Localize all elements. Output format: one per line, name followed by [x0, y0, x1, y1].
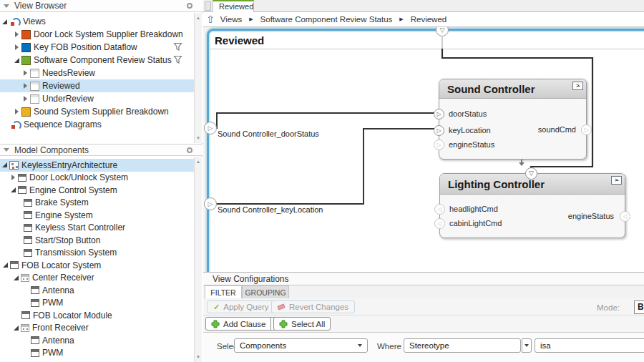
view-browser-item[interactable]: Sequence Diagrams [0, 118, 194, 131]
model-component-item[interactable]: FOB Locator Module [0, 309, 194, 322]
select-all-button[interactable]: Select All [274, 318, 330, 330]
view-browser-item[interactable]: NeedsReview [0, 67, 194, 79]
model-component-item[interactable]: Keyless Start Controller [0, 222, 194, 235]
model-component-item[interactable]: Transmission System [0, 247, 194, 260]
model-components-header[interactable]: Model Components [0, 144, 203, 156]
view-color-icon [21, 30, 31, 39]
filter-icon[interactable] [173, 55, 182, 64]
scroll-down-icon[interactable]: ▼ [195, 355, 201, 359]
model-component-item[interactable]: KeylessEntryArchitecture [0, 159, 194, 172]
model-component-item[interactable]: Brake System [0, 197, 194, 210]
component-icon [18, 186, 26, 194]
tree-item-label: UnderReview [42, 94, 94, 104]
view-browser-scrollbar[interactable]: ▲ ▼ [194, 13, 202, 143]
boundary-port-keylocation-icon[interactable]: ▷ [204, 197, 217, 210]
tab-strip-handle[interactable] [205, 1, 211, 11]
connector-label-doorstatus[interactable]: Sound Controller_doorStatus [218, 129, 319, 138]
model-component-item[interactable]: Engine System [0, 209, 194, 222]
collapsed-arrow-icon[interactable] [23, 83, 30, 89]
view-browser-item[interactable]: Key FOB Position Dataflow [0, 41, 194, 54]
expanded-arrow-icon[interactable] [14, 275, 21, 280]
port-enginestatus-icon[interactable]: ◁ [620, 211, 630, 222]
port-label: headlightCmd [449, 205, 498, 214]
where-dropdown-arrow[interactable] [522, 338, 532, 353]
collapse-triangle-icon[interactable] [4, 4, 9, 8]
port-headlightcmd-icon[interactable]: ◁ [434, 204, 445, 215]
port-soundcmd-icon[interactable]: ▷ [581, 124, 592, 135]
breadcrumb-view-set[interactable]: Software Component Review Status [260, 15, 393, 24]
port-label: doorStatus [449, 109, 487, 119]
model-component-item[interactable]: FOB Locator System [0, 259, 194, 272]
select-combobox[interactable]: Components [234, 338, 368, 353]
panel-gear-icon[interactable] [187, 147, 192, 153]
revert-changes-button[interactable]: Revert Changes [271, 300, 355, 313]
sound-controller-header[interactable]: Sound Controller >- [439, 79, 586, 99]
model-component-item[interactable]: PWM [0, 347, 194, 360]
view-browser-header[interactable]: View Browser [0, 0, 203, 12]
model-component-item[interactable]: Center Receiver [0, 272, 194, 285]
view-browser-item[interactable]: Views [0, 15, 194, 28]
tab-reviewed[interactable]: Reviewed [213, 0, 254, 12]
breadcrumb-views[interactable]: Views [220, 15, 242, 24]
where-combobox[interactable]: Stereotype [404, 338, 521, 353]
operator-field[interactable]: isa [535, 338, 644, 353]
collapsed-arrow-icon[interactable] [11, 175, 18, 180]
expanded-arrow-icon[interactable] [14, 326, 21, 331]
component-icon [24, 224, 32, 232]
view-browser-item[interactable]: Sound System Supplier Breakdown [0, 105, 194, 118]
model-components-scrollbar[interactable]: ▲ ▼ [194, 157, 202, 362]
port-doorstatus-icon[interactable]: ▷ [434, 109, 444, 119]
reference-icon [21, 324, 29, 332]
port-top-icon[interactable]: ▽ [525, 167, 537, 180]
model-component-item[interactable]: PWM [0, 297, 194, 310]
port-enginestatus-icon[interactable]: ▷ [434, 140, 444, 150]
tab-filter[interactable]: FILTER [205, 285, 242, 298]
port-cabinlightcmd-icon[interactable]: ◁ [434, 218, 445, 229]
sound-controller-block[interactable]: Sound Controller >- ▷ ▷ ▷ ▷ doorStatus k… [439, 79, 587, 160]
sequence-icon [10, 120, 21, 129]
boundary-port-doorstatus-icon[interactable]: ▷ [204, 122, 217, 134]
tree-item-label: Antenna [42, 285, 74, 295]
model-component-item[interactable]: Antenna [0, 284, 194, 297]
expanded-arrow-icon[interactable] [11, 187, 18, 192]
collapsed-arrow-icon[interactable] [14, 31, 21, 37]
apply-query-button[interactable]: ✓ Apply Query [207, 300, 275, 313]
collapsed-arrow-icon[interactable] [23, 96, 30, 102]
add-clause-button[interactable]: Add Clause [206, 318, 270, 330]
expanded-arrow-icon[interactable] [2, 19, 9, 24]
panel-gear-icon[interactable] [187, 3, 192, 9]
model-component-item[interactable]: Start/Stop Button [0, 234, 194, 247]
filter-icon[interactable] [173, 42, 182, 52]
add-clause-splitbutton: Add Clause [205, 317, 281, 331]
revert-changes-label: Revert Changes [289, 303, 348, 311]
model-component-item[interactable]: Antenna [0, 334, 194, 347]
view-browser-item[interactable]: Reviewed [0, 79, 194, 92]
scroll-down-icon[interactable]: ▼ [195, 136, 201, 140]
view-browser-item[interactable]: Software Component Review Status [0, 54, 194, 67]
view-browser-item[interactable]: Door Lock System Supplier Breakdown [0, 28, 194, 41]
tree-item-label: Transmission System [35, 248, 117, 258]
scroll-up-icon[interactable]: ▲ [195, 160, 201, 164]
expanded-arrow-icon[interactable] [2, 162, 9, 167]
breadcrumb-current[interactable]: Reviewed [411, 15, 447, 24]
scroll-up-icon[interactable]: ▲ [195, 16, 201, 20]
view-browser-item[interactable]: UnderReview [0, 92, 194, 105]
mode-dropdown[interactable]: B [634, 300, 644, 314]
port-keylocation-icon[interactable]: ▷ [434, 125, 444, 136]
navigate-up-icon[interactable]: ⇧ [206, 14, 215, 24]
lighting-controller-block[interactable]: Lighting Controller >- ▽ ◁ ◁ ◁ headlight… [439, 173, 625, 238]
tab-grouping[interactable]: GROUPING [242, 285, 289, 298]
collapsed-arrow-icon[interactable] [23, 70, 30, 76]
expanded-arrow-icon[interactable] [14, 58, 21, 63]
tree-item-label: FOB Locator Module [33, 310, 112, 321]
model-component-item[interactable]: Engine Control System [0, 184, 194, 197]
model-component-item[interactable]: Front Receiver [0, 322, 194, 335]
model-component-item[interactable]: Door Lock/Unlock System [0, 172, 194, 185]
diagram-canvas[interactable]: Reviewed ▽ ▷ ▷ Sound Controller_doorStat… [203, 27, 644, 273]
collapsed-arrow-icon[interactable] [14, 109, 21, 114]
diagram-tab-bar: Reviewed [203, 0, 644, 12]
collapse-triangle-icon[interactable] [4, 148, 9, 152]
expanded-arrow-icon[interactable] [3, 263, 10, 268]
connector-label-keylocation[interactable]: Sound Controller_keyLocation [218, 205, 323, 214]
collapsed-arrow-icon[interactable] [14, 44, 21, 50]
